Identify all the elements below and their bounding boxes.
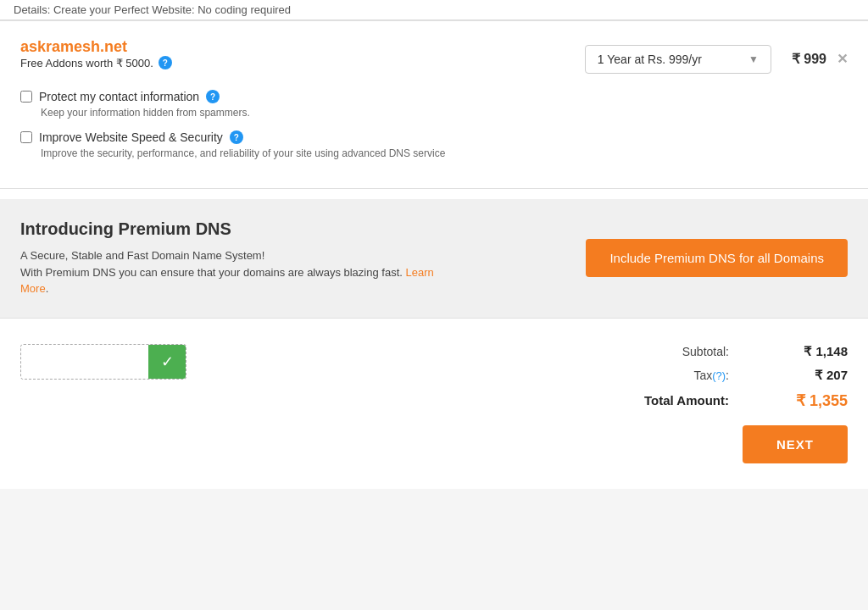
domain-section: askramesh.net Free Addons worth ₹ 5000. … (0, 20, 868, 189)
protect-contact-checkbox[interactable] (20, 91, 32, 103)
dns-desc-line2: With Premium DNS you can ensure that you… (20, 266, 403, 279)
improve-speed-label[interactable]: Improve Website Speed & Security (39, 130, 223, 144)
improve-speed-addon: Improve Website Speed & Security ? Impro… (20, 130, 848, 159)
protect-contact-help-icon[interactable]: ? (206, 90, 220, 103)
page-wrapper: Details: Create your Perfect Website: No… (0, 0, 868, 489)
duration-label: 1 Year at Rs. 999/yr (598, 53, 702, 66)
total-label: Total Amount: (644, 393, 729, 408)
next-button[interactable]: NEXT (743, 425, 848, 463)
include-dns-button[interactable]: Include Premium DNS for all Domains (586, 239, 848, 277)
dropdown-arrow-icon: ▼ (748, 53, 759, 65)
duration-dropdown[interactable]: 1 Year at Rs. 999/yr ▼ (585, 45, 771, 74)
order-summary: Subtotal: ₹ 1,148 Tax(?): ₹ 207 Total Am… (627, 344, 848, 463)
protect-contact-label-row: Protect my contact information ? (20, 90, 848, 103)
total-row: Total Amount: ₹ 1,355 (627, 391, 848, 410)
top-bar: Details: Create your Perfect Website: No… (0, 0, 868, 20)
tax-row: Tax(?): ₹ 207 (627, 368, 848, 383)
protect-contact-desc: Keep your information hidden from spamme… (41, 107, 848, 119)
total-value: ₹ 1,355 (780, 391, 848, 410)
bottom-section: ✓ Subtotal: ₹ 1,148 Tax(?): ₹ 207 Total … (0, 318, 868, 489)
price-display: ₹ 999 ✕ (792, 51, 848, 67)
domain-price: ₹ 999 (792, 51, 826, 67)
subtotal-label: Subtotal: (682, 345, 729, 358)
dns-desc: A Secure, Stable and Fast Domain Name Sy… (20, 247, 444, 297)
coupon-input[interactable] (21, 345, 148, 379)
improve-speed-label-row: Improve Website Speed & Security ? (20, 130, 848, 144)
improve-speed-desc: Improve the security, performance, and r… (41, 147, 848, 159)
protect-contact-label[interactable]: Protect my contact information (39, 90, 199, 103)
improve-speed-help-icon[interactable]: ? (230, 130, 243, 144)
improve-speed-text: Improve Website Speed & Security (39, 130, 223, 144)
dns-desc-line1: A Secure, Stable and Fast Domain Name Sy… (20, 249, 264, 262)
tax-help-link[interactable]: (?) (712, 369, 726, 382)
remove-domain-button[interactable]: ✕ (837, 51, 848, 67)
top-bar-text: Details: Create your Perfect Website: No… (14, 3, 291, 16)
free-addons: Free Addons worth ₹ 5000. ? (20, 56, 172, 69)
domain-info-left: askramesh.net Free Addons worth ₹ 5000. … (20, 38, 172, 80)
coupon-submit-button[interactable]: ✓ (148, 345, 186, 379)
tax-label: Tax(?): (693, 369, 729, 382)
dns-title: Introducing Premium DNS (20, 219, 444, 239)
free-addons-text: Free Addons worth ₹ 5000. (20, 57, 153, 69)
header-right: 1 Year at Rs. 999/yr ▼ ₹ 999 ✕ (585, 45, 848, 74)
dns-info: Introducing Premium DNS A Secure, Stable… (20, 219, 444, 297)
protect-contact-text: Protect my contact information (39, 90, 199, 103)
domain-name: askramesh.net (20, 38, 172, 56)
protect-contact-addon: Protect my contact information ? Keep yo… (20, 90, 848, 119)
subtotal-row: Subtotal: ₹ 1,148 (627, 344, 848, 359)
subtotal-value: ₹ 1,148 (780, 344, 848, 359)
tax-value: ₹ 207 (780, 368, 848, 383)
coupon-area: ✓ (20, 344, 186, 380)
improve-speed-checkbox[interactable] (20, 131, 32, 143)
domain-header: askramesh.net Free Addons worth ₹ 5000. … (20, 38, 848, 80)
free-addons-help-icon[interactable]: ? (159, 56, 172, 69)
dns-section: Introducing Premium DNS A Secure, Stable… (0, 199, 868, 318)
